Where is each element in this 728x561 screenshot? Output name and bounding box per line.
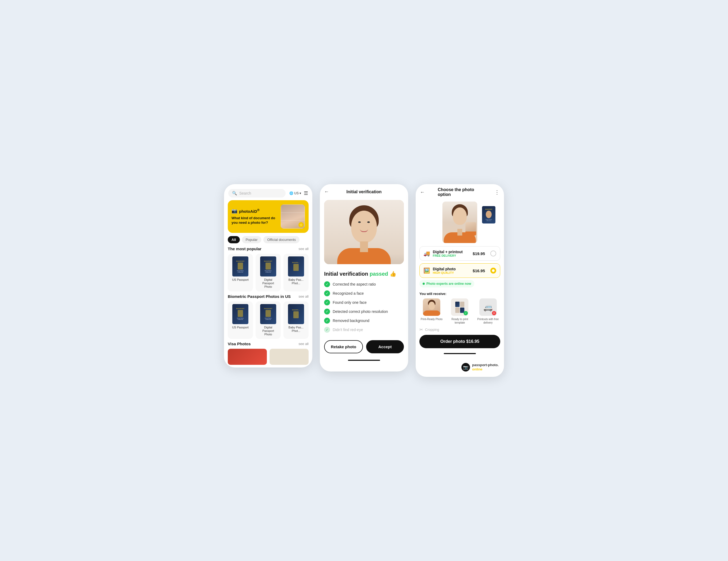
banner-image: ⭐ — [281, 204, 305, 229]
back-button[interactable]: ← — [324, 189, 329, 195]
radio-2[interactable] — [490, 268, 496, 274]
action-row: Retake photo Accept — [320, 336, 408, 358]
check-item-6: ✓ Didn't find red-eye — [324, 325, 404, 334]
search-placeholder: Search — [239, 191, 251, 195]
camera-icon: 📷 — [232, 208, 237, 214]
receive-item-1: ✓ Print-Ready Photo — [419, 298, 444, 324]
section3-cards — [228, 349, 309, 365]
list-item[interactable]: PASSPO... Baby Pas... Phot... — [283, 254, 309, 291]
radio-inner — [492, 269, 495, 272]
section1-cards: PASSPORT United Statesof America US Pass… — [228, 254, 309, 291]
expert-badge: Photo experts are online now — [419, 280, 474, 287]
passport-thumbnail: PASSPORT United Statesof America — [260, 256, 276, 276]
app-container: 🔍 Search 🌐 US ▾ ☰ 📷 photoA — [224, 184, 504, 377]
delivery-img: 🚐 ✕ — [479, 298, 497, 316]
option-tag-1: FREE DELIVERY — [433, 254, 470, 257]
expert-text: Photo experts are online now — [426, 282, 471, 286]
delivery-icon: 🚚 — [423, 250, 430, 257]
brand-line1: passport-photo. — [472, 363, 499, 367]
check-badge-3: ✕ — [492, 311, 496, 315]
check-icon-2: ✓ — [324, 290, 330, 296]
filter-official[interactable]: Official documents — [263, 236, 299, 243]
list-item[interactable]: PASSPORT United Statesof America US Pass… — [228, 254, 253, 291]
photo-preview-area: PASSPORT United Statesof America — [420, 201, 500, 244]
option-digital-printout[interactable]: 🚚 Digital + printout FREE DELIVERY $19.9… — [419, 246, 500, 261]
receive-section: You will receive: ✓ Print-Ready Photo — [416, 290, 504, 324]
option-digital-photo[interactable]: 🖼️ Digital photo HIGH QUALITY $16.95 — [419, 263, 500, 278]
list-item[interactable]: PASSPO... Baby Pas... Phot... — [283, 301, 309, 339]
option-name-1: Digital + printout — [433, 250, 470, 254]
banner-tagline: What kind of document do you need a phot… — [232, 216, 281, 225]
check-label-2: Recognized a face — [333, 291, 364, 295]
card-label: Baby Pas... Phot... — [286, 326, 306, 333]
nav-title: Initial verification — [346, 189, 382, 194]
section3-see-all[interactable]: see all — [298, 342, 309, 346]
receive-label-3: Printouts with free delivery — [476, 317, 500, 324]
passport-thumb-1: PASSPORT United Statesof America — [482, 206, 495, 223]
verification-title: Initial verification passed 👍 — [320, 267, 408, 278]
person-photo — [324, 200, 404, 264]
most-popular-section: The most popular see all PASSPORT United… — [224, 247, 312, 294]
banner-left: 📷 photoAiD® What kind of document do you… — [232, 208, 281, 225]
card-label: Digital Passport Photo — [258, 278, 278, 289]
online-indicator — [423, 283, 425, 285]
option-name-2: Digital photo — [433, 267, 470, 271]
branding: 📷 passport-photo. online — [461, 363, 499, 372]
brand-logo-icon: 📷 — [461, 363, 470, 372]
truck-icon: 🚐 — [483, 303, 493, 312]
brand-logo-area: 📷 photoAiD® — [232, 208, 281, 214]
phone-screen-3: ← Choose the photo option ⋮ PASSPORT — [416, 184, 504, 377]
brand-name: photoAiD® — [239, 208, 260, 214]
check-list: ✓ Corrected the aspect ratio ✓ Recognize… — [320, 278, 408, 336]
check-icon-3: ✓ — [324, 300, 330, 305]
verification-heading: Initial verification — [324, 271, 368, 277]
check-icon-6: ✓ — [324, 327, 330, 333]
check-item-3: ✓ Found only one face — [324, 298, 404, 307]
search-bar[interactable]: 🔍 Search — [228, 189, 286, 198]
list-item[interactable]: PASSPORT United Statesof America US Pass… — [228, 301, 253, 339]
receive-item-2: ✓ Ready to print template — [448, 298, 472, 324]
photo-icon: 🖼️ — [423, 267, 430, 274]
passport-thumbnail: PASSPORT United Statesof America — [232, 256, 248, 276]
promo-banner[interactable]: 📷 photoAiD® What kind of document do you… — [228, 200, 309, 233]
check-icon-4: ✓ — [324, 309, 330, 314]
nav-title-3: Choose the photo option — [438, 187, 482, 197]
brand-text: passport-photo. online — [472, 363, 499, 371]
more-options-icon[interactable]: ⋮ — [494, 189, 500, 195]
locale-button[interactable]: 🌐 US ▾ — [289, 191, 301, 195]
card-label: US Passport — [232, 278, 249, 282]
cropping-label: Cropping — [425, 328, 439, 332]
filter-popular[interactable]: Popular — [242, 236, 261, 243]
biometric-section: Biometric Passport Photos in US see all … — [224, 294, 312, 342]
retake-button[interactable]: Retake photo — [324, 340, 363, 353]
list-item[interactable]: PASSPORT United Statesof America Digital… — [256, 254, 281, 291]
check-label-6: Didn't find red-eye — [333, 328, 363, 332]
check-item-2: ✓ Recognized a face — [324, 289, 404, 298]
option-tag-2: HIGH QUALITY — [433, 271, 470, 274]
filter-tabs: All Popular Official documents — [224, 236, 312, 247]
accept-button[interactable]: Accept — [366, 340, 404, 353]
list-item[interactable] — [270, 349, 309, 365]
home-indicator-3 — [444, 353, 476, 354]
section1-see-all[interactable]: see all — [298, 247, 309, 251]
filter-all[interactable]: All — [228, 236, 240, 243]
person-photo-container — [324, 200, 404, 264]
radio-1[interactable] — [490, 251, 496, 256]
home-indicator — [348, 360, 380, 361]
list-item[interactable] — [228, 349, 267, 365]
phone1-header: 🔍 Search 🌐 US ▾ ☰ — [224, 184, 312, 200]
section2-see-all[interactable]: see all — [298, 294, 309, 298]
verification-status: passed 👍 — [370, 271, 396, 277]
card-label: US Passport — [232, 326, 249, 329]
option-price-1: $19.95 — [473, 251, 485, 256]
passport-thumbnail: PASSPO... — [288, 304, 304, 324]
passport-text: PASSPORT — [485, 209, 492, 210]
list-item[interactable]: PASSPORT United Statesof America Digital… — [256, 301, 281, 339]
order-button[interactable]: Order photo $16.95 — [419, 335, 500, 348]
globe-icon: 🌐 — [289, 191, 293, 195]
menu-icon[interactable]: ☰ — [304, 190, 308, 196]
receive-label-2: Ready to print template — [448, 317, 472, 324]
section1-header: The most popular see all — [228, 247, 309, 251]
face-receive-1 — [423, 298, 440, 316]
back-button-3[interactable]: ← — [420, 189, 425, 195]
